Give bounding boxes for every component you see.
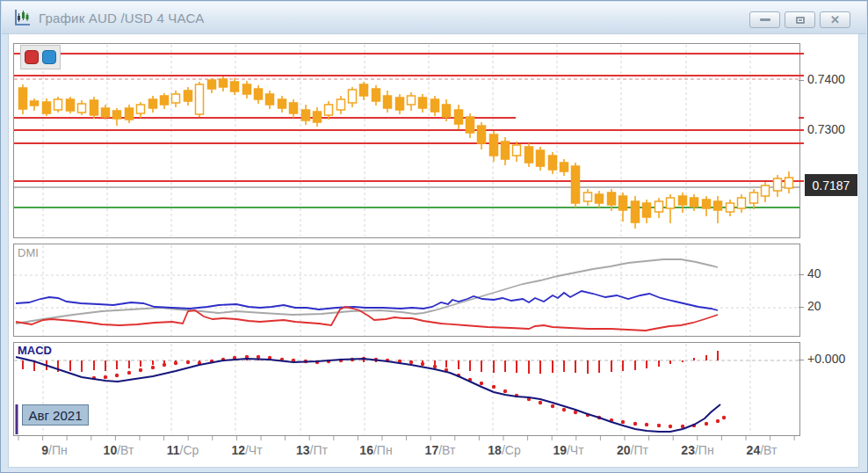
macd-panel-label: MACD (18, 345, 52, 356)
restore-button[interactable] (785, 11, 815, 28)
time-axis-label: 13/Пт (281, 443, 343, 457)
dmi-plot[interactable] (14, 244, 799, 336)
chart-toolbar (20, 45, 61, 69)
axis-tick (799, 80, 804, 81)
time-axis-label: 18/Ср (474, 443, 535, 457)
axis-label: 0.7400 (807, 73, 845, 85)
axis-label: +0.000 (807, 353, 845, 365)
chart-app-icon (12, 8, 32, 27)
candlestick-plot[interactable] (14, 44, 799, 237)
time-axis-label: 23/Пн (667, 443, 728, 457)
blue-square-button[interactable] (42, 50, 56, 64)
time-axis-label: 24/Вт (731, 443, 792, 457)
axis-tick-red (799, 129, 804, 131)
axis-tick (799, 360, 804, 360)
chart-window: График AUD /USD 4 ЧАСА ✕ DMI MACD Авг 20… (0, 0, 868, 473)
time-axis-label: 9/Пн (24, 443, 85, 457)
restore-icon (796, 17, 805, 24)
close-icon: ✕ (830, 14, 840, 25)
axis-label: 0.7300 (807, 123, 845, 135)
macd-plot[interactable] (14, 343, 799, 435)
time-axis-label: 17/Вт (409, 443, 471, 457)
axis-tick-red (799, 75, 804, 76)
axis-label: 40 (807, 267, 821, 280)
window-title: График AUD /USD 4 ЧАСА (39, 11, 204, 25)
month-badge: Авг 2021 (22, 404, 89, 426)
minimize-icon (760, 18, 770, 21)
time-axis-label: 19/Чт (538, 443, 599, 457)
time-axis-label: 12/Чт (216, 443, 278, 457)
axis-tick (799, 274, 804, 275)
red-square-button[interactable] (25, 50, 39, 64)
axis-label: 20 (807, 300, 821, 312)
titlebar[interactable]: График AUD /USD 4 ЧАСА ✕ (2, 2, 866, 34)
axis-tick-red (799, 117, 804, 119)
axis-tick-red (799, 142, 804, 144)
macd-panel (13, 342, 800, 436)
time-axis-label: 10/Вт (88, 443, 149, 457)
window-controls: ✕ (749, 11, 850, 28)
time-axis-label: 11/Ср (152, 443, 213, 457)
dmi-panel (13, 244, 800, 337)
current-price-badge: 0.7187 (805, 174, 857, 196)
dmi-panel-label: DMI (18, 247, 39, 258)
minimize-button[interactable] (749, 11, 780, 28)
axis-tick-red (799, 180, 804, 182)
time-axis-label: 16/Пн (345, 443, 407, 457)
close-button[interactable]: ✕ (820, 11, 850, 28)
time-axis-ticks (13, 436, 799, 442)
time-axis: 9/Пн10/Вт11/Ср12/Чт13/Пт16/Пн17/Вт18/Ср1… (1, 443, 868, 462)
axis-tick-red (799, 53, 804, 55)
axis-tick (799, 307, 804, 308)
time-axis-label: 20/Пт (602, 443, 663, 457)
price-panel (13, 43, 800, 238)
